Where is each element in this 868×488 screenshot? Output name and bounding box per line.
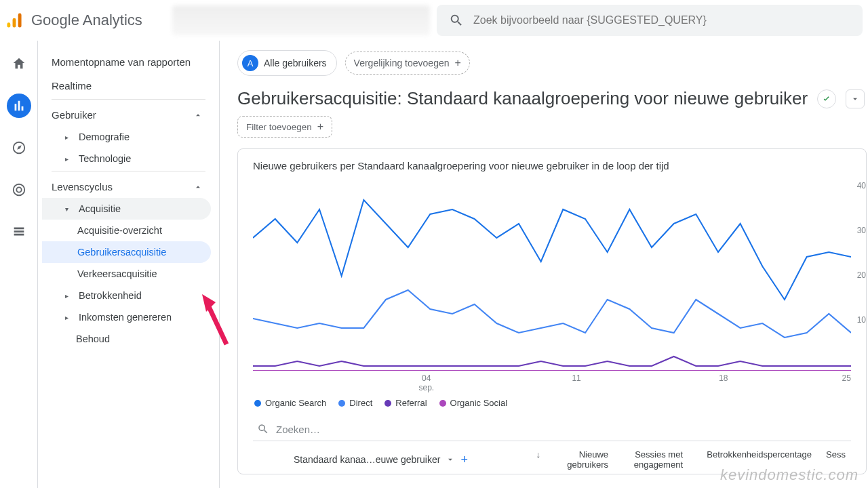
add-comparison-button[interactable]: Vergelijking toevoegen + [345, 52, 470, 75]
col-new-users[interactable]: Nieuwe gebruikers [546, 447, 614, 472]
legend-item[interactable]: Direct [338, 398, 372, 408]
page-title: Gebruikersacquisitie: Standaard kanaalgr… [237, 88, 808, 109]
chart-title: Nieuwe gebruikers per Standaard kanaalgr… [253, 160, 851, 171]
nav-traffic-acquisition[interactable]: Verkeersacquisitie [42, 263, 211, 285]
table-search-placeholder: Zoeken… [276, 424, 320, 435]
legend-dot-icon [338, 400, 345, 407]
nav-technology[interactable]: ▸Technologie [42, 148, 211, 169]
chevron-down-icon [850, 94, 860, 104]
search-icon [449, 13, 464, 28]
svg-rect-2 [18, 13, 22, 27]
rail-explore[interactable] [7, 136, 31, 160]
y-tick: 40 [857, 181, 866, 190]
rail-configure[interactable] [7, 220, 31, 244]
table-search[interactable]: Zoeken… [253, 416, 851, 441]
col-sess[interactable]: Sess [817, 447, 851, 472]
search-input[interactable] [473, 14, 850, 26]
line-chart [253, 181, 851, 371]
search-icon [257, 423, 269, 435]
target-icon [12, 182, 26, 197]
legend-item[interactable]: Organic Search [254, 398, 326, 408]
chart-card: Nieuwe gebruikers per Standaard kanaalgr… [237, 148, 867, 474]
table-header: Standaard kanaa…euwe gebruiker + ↓ Nieuw… [253, 441, 851, 472]
y-tick: 10 [857, 315, 866, 325]
nav-section-lifecycle-label: Levenscyclus [52, 181, 113, 192]
legend-dot-icon [254, 400, 261, 407]
segment-bubble: A [242, 55, 258, 71]
legend-label: Organic Search [265, 398, 326, 408]
x-tick: 11 [572, 373, 580, 392]
nav-realtime[interactable]: Realtime [42, 74, 211, 98]
segment-label: Alle gebruikers [264, 58, 327, 68]
plus-icon: + [455, 57, 461, 69]
nav-engagement[interactable]: ▸Betrokkenheid [42, 285, 211, 306]
legend-item[interactable]: Organic Social [439, 398, 508, 408]
plus-icon: + [317, 121, 323, 133]
x-tick: 04sep. [418, 373, 434, 392]
nav-demography[interactable]: ▸Demografie [42, 126, 211, 148]
rail-home[interactable] [7, 52, 31, 76]
analytics-logo-icon [5, 12, 23, 29]
property-selector[interactable] [172, 5, 430, 35]
rail-reports[interactable] [7, 94, 31, 118]
col-engaged-sessions[interactable]: Sessies met engagement [614, 447, 688, 472]
col-engagement-rate[interactable]: Betrokkenheidspercentage [688, 447, 817, 472]
check-circle-icon [821, 94, 832, 104]
chevron-down-icon [446, 455, 455, 464]
dimension-selector[interactable]: Standaard kanaa…euwe gebruiker [294, 454, 440, 465]
legend-dot-icon [384, 400, 391, 407]
svg-rect-1 [13, 18, 16, 28]
nav-section-user-label: Gebruiker [52, 109, 96, 121]
nav-section-lifecycle[interactable]: Levenscyclus [42, 176, 211, 198]
svg-point-4 [13, 184, 24, 196]
chart-legend: Organic SearchDirectReferralOrganic Soci… [253, 391, 851, 412]
nav-monetization[interactable]: ▸Inkomsten genereren [42, 306, 211, 328]
library-icon [12, 224, 26, 239]
svg-rect-0 [7, 22, 10, 27]
status-badge [817, 89, 836, 108]
nav-acquisition[interactable]: ▾Acquisitie [42, 198, 211, 220]
legend-label: Organic Social [450, 398, 508, 408]
nav-snapshot[interactable]: Momentopname van rapporten [42, 50, 211, 74]
nav-section-user[interactable]: Gebruiker [42, 104, 211, 126]
legend-label: Referral [395, 398, 427, 408]
chevron-up-icon [193, 110, 203, 120]
rail-advertising[interactable] [7, 178, 31, 202]
brand-name: Google Analytics [31, 12, 142, 29]
global-search[interactable] [437, 5, 863, 36]
home-icon [12, 56, 26, 71]
legend-dot-icon [439, 400, 446, 407]
y-tick: 30 [857, 226, 866, 235]
bar-chart-icon [12, 98, 26, 113]
chevron-up-icon [193, 182, 203, 192]
explore-icon [12, 140, 26, 155]
add-filter-button[interactable]: Filter toevoegen + [237, 116, 332, 138]
legend-item[interactable]: Referral [384, 398, 427, 408]
x-tick: 25 [842, 373, 851, 392]
segment-all-users[interactable]: A Alle gebruikers [237, 50, 337, 76]
svg-point-5 [16, 187, 21, 192]
y-tick: 20 [857, 270, 866, 280]
title-dropdown[interactable] [846, 89, 865, 108]
nav-retention[interactable]: Behoud [42, 328, 211, 350]
x-tick: 18 [719, 373, 728, 392]
sort-arrow-icon[interactable]: ↓ [536, 449, 541, 460]
nav-acquisition-overview[interactable]: Acquisitie-overzicht [42, 220, 211, 241]
brand-logo[interactable]: Google Analytics [5, 12, 168, 29]
legend-label: Direct [349, 398, 372, 408]
add-dimension-button[interactable]: + [460, 453, 468, 467]
nav-user-acquisition[interactable]: Gebruikersacquisitie [42, 241, 211, 263]
